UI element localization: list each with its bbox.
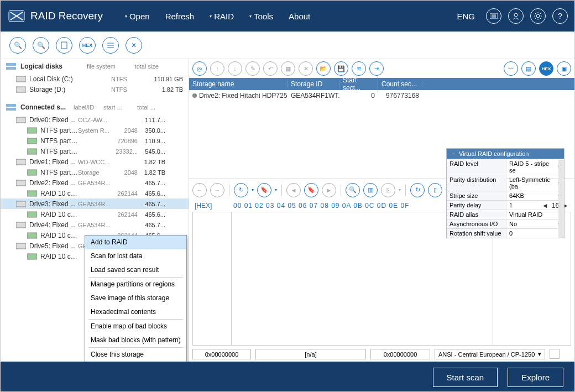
activity-icon[interactable]: 〰	[504, 61, 518, 76]
back-icon[interactable]: ←	[192, 183, 207, 197]
hex-button[interactable]: HEX	[79, 37, 96, 54]
open-folder-icon[interactable]: 📂	[316, 61, 331, 76]
config-row[interactable]: Asynchronous I/ONo▼	[447, 219, 564, 228]
logical-disk-row[interactable]: Local Disk (C:)NTFS110.91 GB	[1, 74, 189, 84]
drive-icon	[16, 180, 26, 186]
connected-storage-row[interactable]: RAID 10 co...262144465.6...	[1, 209, 189, 219]
context-menu-item[interactable]: Scan for lost data	[85, 249, 186, 263]
help-icon[interactable]: ?	[552, 8, 568, 24]
tag-icon[interactable]: 🔖	[304, 183, 318, 197]
redo-icon[interactable]: ↻	[234, 183, 248, 197]
scrollbar[interactable]	[558, 160, 564, 238]
menu-raid[interactable]: ▾RAID	[210, 12, 234, 21]
connected-storage-row[interactable]: Drive0: Fixed ...OCZ-AW...111.7...	[1, 114, 189, 125]
prev-tag-icon[interactable]: ◄	[286, 183, 301, 197]
context-menu-item[interactable]: Load saved scan result	[85, 263, 186, 277]
hex-footer: ANSI - Central European / CP-1250▾	[189, 349, 574, 362]
stats-icon[interactable]: ▤	[521, 61, 536, 76]
svg-rect-29	[16, 243, 26, 249]
hex-view-button[interactable]: HEX	[539, 61, 553, 76]
connected-storage-row[interactable]: Drive2: Fixed ...GEA534R...465.7...	[1, 177, 189, 188]
storage-table-header: Storage name Storage ID Start sect... Co…	[189, 78, 574, 90]
drive-icon	[27, 127, 37, 134]
menu-open[interactable]: ▾Open	[125, 12, 150, 21]
context-menu-item[interactable]: Hexadecimal contents	[85, 305, 186, 319]
drive-icon	[27, 232, 37, 239]
copy-icon[interactable]: ⎘	[381, 183, 395, 197]
raid-config-header[interactable]: −Virtual RAID configuration	[447, 149, 564, 159]
context-menu-item[interactable]: Add to RAID	[85, 236, 186, 249]
logical-disk-row[interactable]: Storage (D:)NTFS1.82 TB	[1, 84, 189, 95]
zoom-icon[interactable]: 🔍	[346, 183, 360, 197]
connected-storage-row[interactable]: Drive4: Fixed ...GEA534R...465.7...	[1, 219, 189, 230]
svg-rect-23	[16, 180, 26, 186]
menu-refresh[interactable]: Refresh	[165, 12, 195, 21]
next-tag-icon[interactable]: ►	[322, 183, 336, 197]
target-icon[interactable]: ◎	[192, 61, 207, 76]
up-icon[interactable]: ↑	[210, 61, 224, 76]
window-icon[interactable]: ▣	[557, 61, 571, 76]
config-row[interactable]: Parity delay1	[447, 200, 564, 210]
disk-icon	[16, 86, 26, 93]
context-menu-item[interactable]: Mask bad blocks (with pattern)	[85, 333, 186, 347]
gear-icon[interactable]	[530, 8, 546, 24]
config-row[interactable]: RAID aliasVirtual RAID	[447, 210, 564, 219]
connected-storage-row[interactable]: RAID 10 co...262144465.6...	[1, 188, 189, 198]
search-icon[interactable]: 🔍	[9, 37, 26, 54]
language-selector[interactable]: ENG	[457, 12, 475, 21]
connected-storage-row[interactable]: Drive1: Fixed ...WD-WCC...1.82 TB	[1, 156, 189, 167]
list-icon[interactable]	[102, 37, 119, 54]
storage-row[interactable]: Drive2: Fixed Hitachi HDP7250... GEA534R…	[189, 90, 574, 101]
svg-rect-17	[16, 117, 26, 123]
export-icon[interactable]: ⇥	[369, 61, 384, 76]
layers-icon[interactable]: ≋	[352, 61, 366, 76]
close-icon[interactable]: ✕	[126, 37, 142, 54]
drive-icon	[27, 211, 37, 218]
remove-icon[interactable]: ✕	[299, 61, 313, 76]
bookmark-icon[interactable]: 🔖	[257, 183, 271, 197]
panel-icon[interactable]	[486, 8, 501, 24]
config-row[interactable]: RAID levelRAID 5 - stripe se▼	[447, 159, 564, 175]
config-row[interactable]: Stripe size64KB▼	[447, 191, 564, 200]
encoding-select[interactable]: ANSI - Central European / CP-1250▾	[435, 349, 545, 359]
down-icon[interactable]: ↓	[228, 61, 242, 76]
config-row[interactable]: Parity distributionLeft-Symmetric (ba▼	[447, 175, 564, 191]
svg-rect-11	[6, 63, 16, 66]
layout-icon[interactable]: ▯	[428, 183, 442, 197]
connected-storage-row[interactable]: NTFS partition23332...545.0...	[1, 146, 189, 156]
menu-about[interactable]: About	[289, 12, 310, 21]
offset-input-2[interactable]	[370, 349, 430, 359]
connected-storage-row[interactable]: Drive3: Fixed ...GEA534R...465.7...	[1, 198, 189, 209]
config-row[interactable]: Rotation shift value0	[447, 228, 564, 238]
color-swatch[interactable]	[550, 349, 560, 359]
search-storage-icon[interactable]: 🔍	[33, 37, 49, 54]
app-title: RAID Recovery	[30, 10, 103, 22]
save-icon[interactable]: 💾	[334, 61, 348, 76]
main-panel: ◎ ↑ ↓ ✎ ↶ ▦ ✕ 📂 💾 ≋ ⇥ 〰 ▤ HEX ▣ Storage …	[189, 59, 574, 362]
columns-icon[interactable]: ▥	[363, 183, 378, 197]
connected-storage-row[interactable]: NTFS partition720896110.9...	[1, 135, 189, 146]
refresh-hex-icon[interactable]: ↻	[410, 183, 425, 197]
context-menu-item[interactable]: Save image of this storage	[85, 291, 186, 305]
svg-rect-22	[27, 170, 37, 175]
svg-rect-25	[16, 201, 26, 207]
grid-icon[interactable]: ▦	[281, 61, 295, 76]
connected-storage-row[interactable]: NTFS partitionSystem R...2048350.0...	[1, 125, 189, 135]
context-menu-item[interactable]: Close this storage	[85, 348, 186, 362]
edit-icon[interactable]: ✎	[245, 61, 260, 76]
forward-icon[interactable]: →	[210, 183, 224, 197]
svg-rect-19	[27, 138, 37, 144]
context-menu-item[interactable]: Enable map of bad blocks	[85, 320, 186, 333]
connected-storage-row[interactable]: NTFS partitionStorage20481.82 TB	[1, 167, 189, 177]
offset-input-1[interactable]	[192, 349, 251, 359]
start-scan-button[interactable]: Start scan	[433, 368, 498, 387]
user-icon[interactable]	[508, 8, 524, 24]
context-menu-item[interactable]: Manage partitions or regions	[85, 278, 186, 291]
menu-tools[interactable]: ▾Tools	[249, 12, 273, 21]
svg-point-5	[514, 13, 518, 17]
explore-button[interactable]: Explore	[508, 368, 563, 387]
main-menu: ▾Open Refresh ▾RAID ▾Tools About	[125, 12, 310, 21]
page-icon[interactable]	[56, 37, 72, 54]
na-input[interactable]	[255, 349, 366, 359]
undo-icon[interactable]: ↶	[263, 61, 278, 76]
